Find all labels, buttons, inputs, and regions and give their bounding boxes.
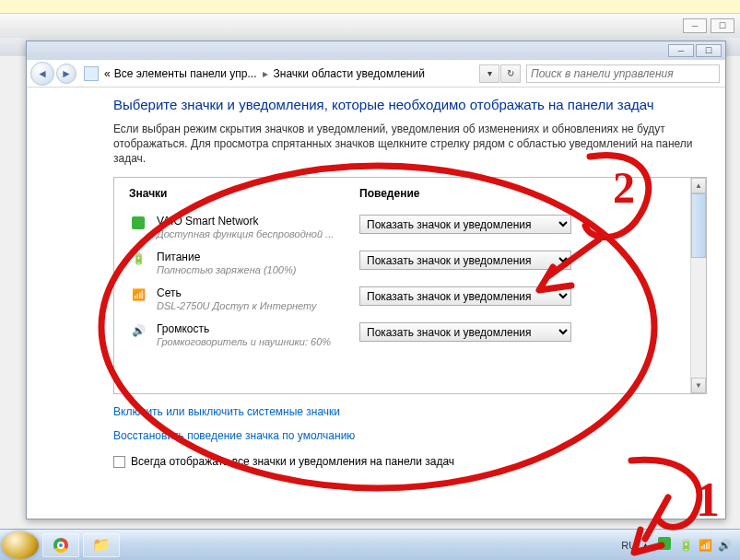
taskbar[interactable]: 📁 RU ▲ 🔋 📶 🔊 (0, 529, 740, 560)
row-desc: Полностью заряжена (100%) (157, 264, 350, 275)
browser-min-button[interactable]: ─ (683, 18, 707, 33)
browser-max-button[interactable]: ☐ (711, 18, 734, 33)
row-desc: Доступная функция беспроводной ... (157, 228, 350, 239)
behavior-select[interactable]: Показать значок и уведомления (359, 215, 571, 234)
row-title: Громкость (157, 322, 350, 335)
row-title: Сеть (157, 286, 350, 299)
chrome-icon (53, 538, 68, 553)
search-input[interactable] (526, 64, 720, 83)
behavior-select[interactable]: Показать значок и уведомления (359, 251, 571, 270)
control-panel-icon (84, 66, 99, 81)
nav-back-button[interactable]: ◄ (30, 62, 54, 86)
folder-icon: 📁 (92, 536, 111, 554)
table-row: 📶 Сеть DSL-2750U Доступ к Интернету Пока… (114, 279, 690, 315)
scroll-down-button[interactable]: ▼ (691, 378, 706, 393)
nav-forward-button[interactable]: ► (56, 64, 76, 84)
breadcrumb-overflow[interactable]: « (104, 67, 111, 80)
window-min-button[interactable]: ─ (668, 44, 694, 57)
icons-settings-frame: Значки Поведение VAIO Smart Network Дост… (113, 177, 707, 394)
link-restore-defaults[interactable]: Восстановить поведение значка по умолчан… (113, 429, 707, 442)
behavior-select[interactable]: Показать значок и уведомления (359, 286, 571, 306)
start-button[interactable] (2, 531, 39, 559)
table-row: 🔋 Питание Полностью заряжена (100%) Пока… (114, 243, 690, 279)
row-title: Питание (157, 251, 350, 263)
browser-window-controls: ─ ☐ (0, 14, 740, 38)
row-desc: DSL-2750U Доступ к Интернету (157, 300, 350, 311)
system-tray[interactable]: RU ▲ 🔋 📶 🔊 (618, 537, 740, 553)
refresh-button[interactable]: ↻ (500, 64, 521, 83)
table-row: 🔊 Громкость Громкоговоритель и наушники:… (114, 315, 690, 351)
search-box[interactable] (526, 64, 720, 83)
taskbar-item-chrome[interactable] (42, 533, 79, 557)
battery-icon: 🔋 (132, 252, 146, 265)
control-panel-window: ─ ☐ ◄ ► « Все элементы панели упр... ▸ З… (26, 41, 726, 519)
link-toggle-system-icons[interactable]: Включить или выключить системные значки (113, 405, 707, 418)
language-indicator[interactable]: RU (621, 540, 636, 551)
tray-green-icon[interactable] (655, 537, 674, 553)
window-max-button[interactable]: ☐ (696, 44, 722, 57)
taskbar-item-explorer[interactable]: 📁 (83, 533, 120, 557)
breadcrumb-part-1[interactable]: Все элементы панели упр... (114, 67, 257, 80)
row-desc: Громкоговоритель и наушники: 60% (157, 336, 350, 347)
breadcrumb-separator: ▸ (263, 67, 268, 80)
address-bar: ◄ ► « Все элементы панели упр... ▸ Значк… (27, 60, 725, 88)
page-subtext: Если выбран режим скрытия значков и увед… (113, 122, 707, 167)
list-scrollbar[interactable]: ▲ ▼ (690, 178, 706, 393)
breadcrumb-part-2[interactable]: Значки области уведомлений (274, 67, 425, 80)
row-title: VAIO Smart Network (157, 215, 350, 228)
vaio-icon (132, 216, 145, 229)
volume-icon: 🔊 (132, 324, 146, 337)
scroll-thumb[interactable] (691, 193, 706, 258)
tray-network-icon[interactable]: 📶 (699, 539, 712, 552)
breadcrumb[interactable]: « Все элементы панели упр... ▸ Значки об… (104, 67, 425, 80)
page-title: Выберите значки и уведомления, которые н… (113, 97, 707, 114)
tray-overflow-icon[interactable]: ▲ (641, 541, 650, 550)
always-show-label: Всегда отображать все значки и уведомлен… (131, 455, 454, 468)
tray-battery-icon[interactable]: 🔋 (679, 539, 693, 552)
column-header-behavior: Поведение (359, 187, 675, 200)
network-icon: 📶 (132, 288, 146, 301)
table-row: VAIO Smart Network Доступная функция бес… (114, 207, 690, 243)
column-header-icons: Значки (129, 187, 359, 200)
behavior-select[interactable]: Показать значок и уведомления (359, 322, 571, 342)
breadcrumb-dropdown[interactable]: ▾ (479, 64, 499, 83)
scroll-up-button[interactable]: ▲ (691, 178, 706, 193)
tray-volume-icon[interactable]: 🔊 (718, 539, 732, 552)
always-show-checkbox[interactable] (113, 456, 125, 468)
